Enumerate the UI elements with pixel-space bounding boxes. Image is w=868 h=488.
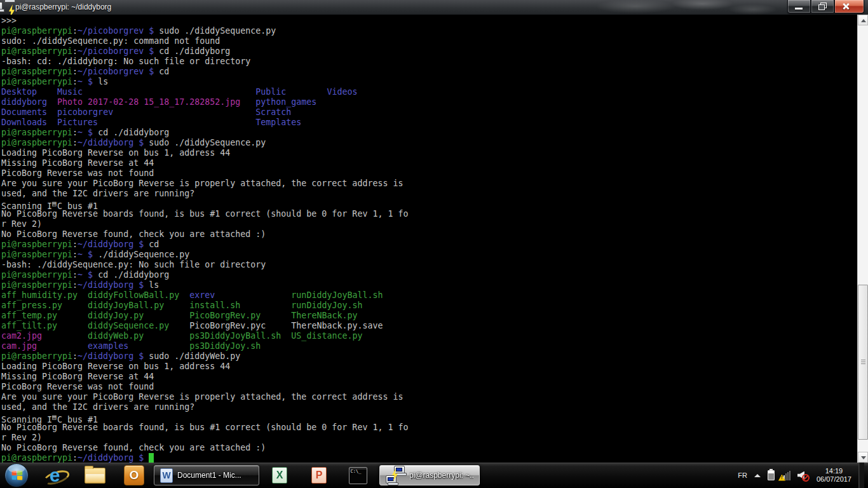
outlook-letter: O	[124, 465, 144, 485]
terminal-line: pi@raspberrypi:~/picoborgrev $ cd ./didd…	[1, 46, 857, 57]
terminal-line: pi@raspberrypi:~ $ ./diddySequence.py	[1, 250, 857, 260]
terminal-line: aff_press.py diddyJoyBall.py install.sh …	[1, 301, 857, 311]
scroll-up-button[interactable]	[858, 15, 868, 25]
folder-icon	[85, 468, 105, 484]
terminal-line: pi@raspberrypi:~/diddyborg $ sudo ./didd…	[1, 138, 857, 148]
terminal-line: cam2.jpg diddyWeb.py ps3DiddyJoyBall.sh …	[1, 331, 857, 341]
terminal-screen[interactable]: >>>pi@raspberrypi:~/picoborgrev $ sudo .…	[0, 15, 857, 463]
word-taskbar-button[interactable]: W Document1 - Mic...	[154, 465, 259, 485]
start-button[interactable]	[3, 463, 31, 488]
volume-muted-icon[interactable]	[797, 471, 808, 480]
window-controls	[787, 0, 864, 13]
internet-explorer-icon[interactable]: e	[41, 463, 69, 488]
minimize-button[interactable]	[787, 0, 811, 13]
scroll-down-button[interactable]	[858, 452, 868, 463]
terminal-line: Downloads Pictures Templates	[1, 118, 857, 128]
terminal-output: >>>pi@raspberrypi:~/picoborgrev $ sudo .…	[0, 15, 857, 463]
system-tray: FR 14:19 06/07/2017	[738, 463, 868, 488]
terminal-line: pi@raspberrypi:~ $ cd ./diddyborg	[1, 270, 857, 280]
terminal-line: pi@raspberrypi:~/picoborgrev $ cd	[1, 67, 857, 77]
terminal-line: r Rev 2)	[1, 433, 857, 443]
scrollbar-grip-icon	[861, 360, 865, 365]
cmd-window-icon: C:\_	[349, 467, 367, 484]
terminal-line: Loading PicoBorg Reverse on bus 1, addre…	[1, 362, 857, 372]
show-desktop-button[interactable]	[858, 463, 864, 488]
powerpoint-icon[interactable]: P	[305, 463, 333, 488]
terminal-line: Loading PicoBorg Reverse on bus 1, addre…	[1, 148, 857, 158]
terminal-line: pi@raspberrypi:~ $ ls	[1, 77, 857, 87]
terminal-line: Are you sure your PicoBorg Reverse is pr…	[1, 392, 857, 402]
taskbar: e O W Document1 - Mic... X P C:\_	[0, 463, 868, 488]
terminal-line: Desktop Music Public Videos	[1, 87, 857, 97]
command-prompt-icon[interactable]: C:\_	[344, 463, 372, 488]
outlook-icon[interactable]: O	[120, 463, 148, 488]
word-task-label: Document1 - Mic...	[177, 471, 241, 480]
terminal-line: Missing PicoBorg Reverse at 44	[1, 158, 857, 168]
terminal-line: pi@raspberrypi:~/picoborgrev $ sudo ./di…	[1, 26, 857, 36]
close-button[interactable]	[834, 0, 864, 13]
terminal-line: diddyborg Photo 2017-02-28 15_18_17.2828…	[1, 97, 857, 107]
cmd-prompt-text: C:\_	[351, 469, 362, 474]
terminal-line: pi@raspberrypi:~/diddyborg $ sudo ./didd…	[1, 351, 857, 362]
terminal-line: No PicoBorg Reverse boards found, is bus…	[1, 423, 857, 433]
clock[interactable]: 14:19 06/07/2017	[817, 467, 851, 484]
terminal-line: Scanning I▤C bus #1	[1, 199, 857, 209]
terminal-line: PicoBorg Reverse was not found	[1, 168, 857, 179]
ie-letter: e	[50, 466, 60, 485]
putty-icon	[386, 466, 405, 485]
terminal-line: No PicoBorg Reverse found, check you are…	[1, 443, 857, 453]
language-indicator[interactable]: FR	[738, 471, 747, 479]
restore-button[interactable]	[811, 0, 834, 13]
titlebar[interactable]: pi@raspberrypi: ~/diddyborg	[0, 0, 868, 15]
battery-icon[interactable]	[768, 470, 775, 480]
terminal-line: used, and the I2C drivers are running?	[1, 402, 857, 412]
putty-window: pi@raspberrypi: ~/diddyborg >>>pi@raspbe…	[0, 0, 868, 463]
terminal-line: sudo: ./diddySequence.py: command not fo…	[1, 36, 857, 46]
scroll-up-icon	[861, 19, 866, 22]
terminal-line: -bash: cd: ./diddyborg: No such file or …	[1, 57, 857, 67]
terminal-line: pi@raspberrypi:~ $ cd ./diddyborg	[1, 128, 857, 138]
scrollbar[interactable]	[857, 15, 868, 463]
terminal-line: No PicoBorg Reverse found, check you are…	[1, 229, 857, 240]
putty-window-icon	[3, 2, 14, 13]
scroll-down-icon	[861, 456, 866, 459]
terminal-line: Scanning I▤C bus #1	[1, 412, 857, 423]
terminal-line: pi@raspberrypi:~/diddyborg $ ls	[1, 280, 857, 290]
terminal-line: -bash: ./diddySequence.py: No such file …	[1, 260, 857, 270]
scrollbar-track[interactable]	[858, 25, 868, 452]
putty-taskbar-button[interactable]: pi@raspberrypi: ~...	[379, 465, 480, 485]
terminal-line: >>>	[1, 16, 857, 26]
clock-time: 14:19	[825, 467, 843, 475]
terminal-line: used, and the I2C drivers are running?	[1, 189, 857, 199]
terminal-line: Missing PicoBorg Reverse at 44	[1, 372, 857, 382]
terminal-line: pi@raspberrypi:~/diddyborg $ cd	[1, 240, 857, 250]
terminal-line: PicoBorg Reverse was not found	[1, 382, 857, 392]
putty-task-label: pi@raspberrypi: ~...	[409, 471, 473, 480]
close-icon	[835, 0, 864, 13]
terminal-line: cam.jpg examples ps3DiddyJoy.sh	[1, 341, 857, 351]
terminal-line: aff_tilt.py diddySequence.py PicoBorgRev…	[1, 321, 857, 331]
terminal-line: No PicoBorg Reverse boards found, is bus…	[1, 209, 857, 219]
terminal-line: pi@raspberrypi:~/diddyborg $	[1, 453, 857, 463]
clock-date: 06/07/2017	[817, 475, 851, 484]
terminal-line: aff_temp.py diddyJoy.py PicoBorgRev.py T…	[1, 311, 857, 321]
terminal-line: Documents picoborgrev Scratch	[1, 107, 857, 118]
terminal-line: Are you sure your PicoBorg Reverse is pr…	[1, 179, 857, 189]
terminal-line: r Rev 2)	[1, 219, 857, 229]
word-icon: W	[160, 468, 173, 483]
windows-logo-icon	[4, 463, 29, 487]
window-title: pi@raspberrypi: ~/diddyborg	[15, 3, 111, 11]
terminal-line: aff_humidity.py diddyFollowBall.py exrev…	[1, 290, 857, 301]
windows-explorer-icon[interactable]	[81, 463, 109, 488]
desktop-screen: pi@raspberrypi: ~/diddyborg >>>pi@raspbe…	[0, 0, 868, 488]
scrollbar-thumb[interactable]	[858, 285, 868, 440]
excel-icon[interactable]: X	[266, 463, 294, 488]
mute-sign-icon	[802, 474, 810, 482]
excel-letter: X	[272, 467, 287, 484]
powerpoint-letter: P	[311, 467, 327, 484]
show-hidden-icons-button[interactable]	[754, 474, 761, 477]
network-icon[interactable]	[782, 471, 790, 480]
